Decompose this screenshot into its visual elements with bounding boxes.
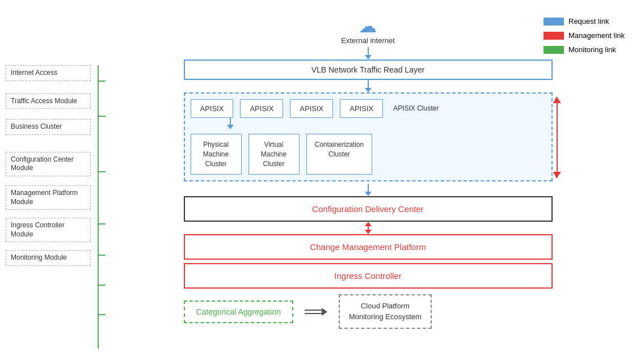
config-delivery-label: Configuration Delivery Center	[312, 204, 424, 214]
virtual-machine-cluster: VirtualMachineCluster	[248, 134, 300, 175]
config-center-label: Configuration Center Module	[6, 152, 91, 176]
arrow-vlb-to-apisix	[363, 80, 374, 92]
apisix-box-4: APISIX	[340, 99, 383, 118]
change-management-label: Change Management Platform	[310, 242, 426, 252]
arrow-categorical-to-cloud	[305, 306, 327, 318]
svg-marker-14	[553, 96, 561, 103]
svg-marker-20	[365, 230, 372, 234]
arrow-cloud-to-vlb	[363, 47, 374, 60]
svg-marker-18	[365, 192, 372, 196]
apisix-cluster-label: APISIX Cluster	[393, 104, 439, 113]
monitoring-link-color	[544, 46, 564, 54]
monitoring-module-label: Monitoring Module	[6, 250, 91, 266]
svg-marker-19	[365, 222, 372, 226]
traffic-access-label: Traffic Access Module	[6, 94, 91, 109]
monitoring-link-label: Monitoring link	[568, 45, 616, 54]
categorical-aggregation-box: Categorical Aggregation	[184, 300, 293, 323]
apisix-box-3: APISIX	[290, 99, 333, 118]
cloud-platform-label: Cloud PlatformMonitoring Ecosystem	[349, 302, 422, 320]
management-link-color	[544, 32, 564, 40]
internet-access-label: Internet Access	[6, 65, 91, 81]
management-platform-label: Management Platform Module	[6, 185, 91, 210]
svg-marker-24	[322, 308, 327, 316]
external-internet-label: External internet	[341, 36, 395, 45]
request-link-color	[544, 18, 564, 26]
svg-marker-13	[227, 125, 234, 129]
legend-request-link: Request link	[544, 17, 625, 26]
ingress-controller-module-label: Ingress Controller Module	[6, 218, 91, 242]
svg-marker-15	[553, 172, 561, 179]
physical-machine-cluster: PhysicalMachineCluster	[191, 134, 242, 175]
apisix-box-1: APISIX	[191, 99, 234, 118]
apisix-box-2: APISIX	[240, 99, 283, 118]
categorical-aggregation-label: Categorical Aggregation	[196, 307, 281, 316]
legend-monitoring-link: Monitoring link	[544, 45, 625, 54]
change-management-box: Change Management Platform	[184, 234, 553, 260]
cloud-icon: ☁	[359, 17, 377, 35]
management-link-label: Management link	[568, 31, 625, 40]
vlb-label: VLB Network Traffic Read Layer	[311, 65, 425, 74]
arrow-clusters-to-config	[363, 184, 374, 196]
cluster-row: PhysicalMachineCluster VirtualMachineClu…	[191, 134, 546, 175]
request-link-label: Request link	[568, 17, 609, 26]
apisix-row: APISIX APISIX APISIX APISIX APISIX Clust…	[191, 99, 546, 118]
svg-marker-9	[365, 55, 372, 60]
ingress-controller-label: Ingress Controller	[334, 271, 401, 281]
red-double-arrow	[553, 96, 570, 179]
arrow-config-to-change	[360, 222, 377, 234]
ingress-controller-box: Ingress Controller	[184, 263, 553, 289]
cloud-platform-box: Cloud PlatformMonitoring Ecosystem	[339, 294, 432, 328]
config-delivery-box: Configuration Delivery Center	[184, 196, 553, 222]
bottom-row: Categorical Aggregation Cloud PlatformMo…	[184, 294, 553, 328]
legend-management-link: Management link	[544, 31, 625, 40]
legend: Request link Management link Monitoring …	[544, 17, 625, 54]
svg-marker-11	[365, 88, 372, 92]
cloud-section: ☁ External internet	[341, 17, 395, 45]
business-cluster-label: Business Cluster	[6, 119, 91, 135]
vlb-box: VLB Network Traffic Read Layer	[184, 60, 553, 80]
apisix-cluster-box: APISIX APISIX APISIX APISIX APISIX Clust…	[184, 92, 553, 181]
arrow-apisix-to-clusters	[225, 118, 236, 129]
containerization-cluster: ContainerizationCluster	[306, 134, 373, 175]
